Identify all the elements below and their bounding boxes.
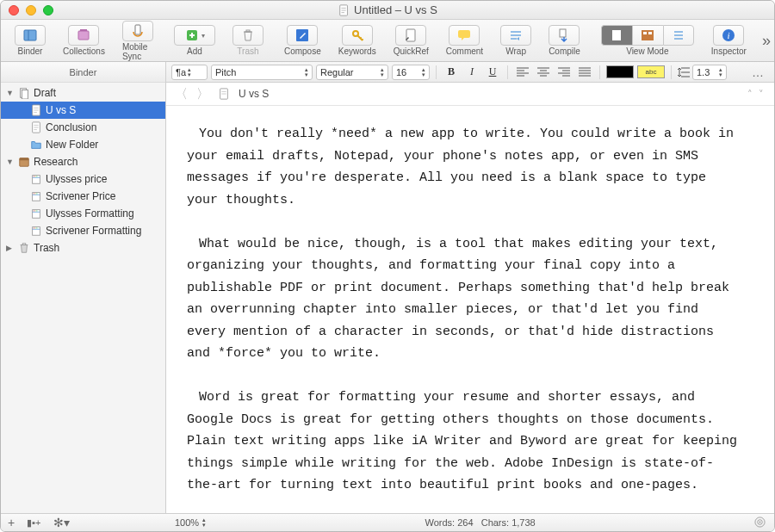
svg-point-54: [35, 193, 36, 194]
svg-point-59: [35, 210, 36, 211]
prev-next-doc[interactable]: ˄ ˅: [747, 89, 766, 100]
toolbar-overflow[interactable]: »: [757, 32, 775, 50]
formatbar-overflow[interactable]: …: [747, 65, 769, 79]
binder-icon: [22, 28, 38, 43]
quickref-button[interactable]: QuickRef: [387, 23, 436, 58]
align-left-icon: [517, 67, 529, 77]
svg-rect-6: [78, 31, 89, 40]
svg-point-18: [362, 39, 363, 40]
view-mode-single[interactable]: [601, 25, 632, 46]
svg-point-50: [36, 176, 37, 176]
font-picker[interactable]: Pitch▴▾: [211, 65, 313, 80]
linespacing-picker[interactable]: 1.3▴▾: [692, 65, 727, 80]
mobile-sync-button[interactable]: Mobile Sync: [115, 19, 160, 63]
svg-rect-45: [20, 158, 29, 161]
binder-item-draft[interactable]: ▼Draft: [1, 84, 165, 102]
compose-button[interactable]: Compose: [277, 23, 328, 58]
mobile-sync-icon: [130, 23, 146, 39]
collections-button[interactable]: Collections: [56, 23, 112, 58]
align-justify-button[interactable]: [576, 65, 593, 80]
binder-item-label: Research: [34, 156, 78, 168]
svg-point-48: [34, 176, 34, 176]
binder-item-scrivener-formatting[interactable]: Scrivener Formatting: [1, 222, 165, 239]
text-editor[interactable]: You don't really *need* a new app to wri…: [166, 106, 774, 513]
italic-button[interactable]: I: [463, 65, 480, 80]
svg-text:i: i: [728, 30, 730, 40]
svg-rect-67: [22, 244, 26, 245]
style-picker[interactable]: ¶a▴▾: [171, 65, 208, 80]
svg-rect-4: [24, 30, 36, 40]
view-mode-cork[interactable]: [632, 25, 663, 46]
binder-item-label: Draft: [34, 87, 56, 99]
comment-icon: [456, 28, 472, 43]
svg-rect-8: [135, 25, 140, 34]
svg-rect-19: [406, 29, 415, 41]
comment-button[interactable]: Comment: [439, 23, 490, 58]
sidebar-folder-add-button[interactable]: ▮▪+: [27, 517, 40, 529]
align-right-button[interactable]: [555, 65, 573, 80]
sidebar-settings-button[interactable]: ✻▾: [53, 516, 70, 529]
disclosure-triangle[interactable]: ▶: [6, 244, 15, 252]
compile-button[interactable]: Compile: [542, 23, 587, 58]
close-window-button[interactable]: [9, 5, 19, 15]
paragraph[interactable]: You don't really *need* a new app to wri…: [187, 123, 740, 211]
view-cork-icon: [640, 28, 655, 43]
binder-tree[interactable]: ▼DraftU vs SConclusionNew Folder▼Researc…: [1, 83, 165, 513]
trash-button[interactable]: Trash: [226, 23, 270, 58]
highlight-swatch[interactable]: abc: [637, 65, 665, 78]
editor-area: ¶a▴▾ Pitch▴▾ Regular▴▾ 16▴▾ B I U abc 1.…: [166, 62, 774, 513]
bold-button[interactable]: B: [443, 65, 460, 80]
paragraph[interactable]: [187, 211, 740, 233]
underline-button[interactable]: U: [484, 65, 501, 80]
align-left-button[interactable]: [514, 65, 531, 80]
format-bar: ¶a▴▾ Pitch▴▾ Regular▴▾ 16▴▾ B I U abc 1.…: [166, 62, 774, 83]
svg-rect-25: [612, 30, 621, 40]
nav-back-button[interactable]: 〈: [175, 86, 188, 102]
document-title[interactable]: U vs S: [239, 88, 269, 100]
binder-item-trash[interactable]: ▶Trash: [1, 239, 165, 257]
paragraph[interactable]: [187, 365, 740, 387]
traffic-lights: [1, 5, 53, 15]
text-color-swatch[interactable]: [606, 65, 634, 78]
font-weight-picker[interactable]: Regular▴▾: [316, 65, 388, 80]
word-count[interactable]: Words: 264 Chars: 1,738: [206, 517, 754, 528]
svg-point-65: [36, 227, 37, 228]
align-center-button[interactable]: [535, 65, 552, 80]
sidebar-add-button[interactable]: +: [8, 516, 15, 529]
inspector-button[interactable]: i Inspector: [704, 23, 753, 58]
binder-item-label: New Folder: [46, 139, 98, 151]
nav-forward-button[interactable]: 〉: [196, 86, 209, 102]
disclosure-triangle[interactable]: ▼: [6, 89, 15, 97]
binder-item-conclusion[interactable]: Conclusion: [1, 119, 165, 136]
binder-item-label: Scrivener Formatting: [46, 225, 141, 237]
binder-item-research[interactable]: ▼Research: [1, 153, 165, 170]
sidebar-header: Binder: [1, 62, 165, 83]
disclosure-triangle[interactable]: ▼: [6, 158, 15, 166]
binder-item-ulysses-price[interactable]: Ulysses price: [1, 170, 165, 188]
binder-item-new-folder[interactable]: New Folder: [1, 136, 165, 153]
minimize-window-button[interactable]: [26, 5, 36, 15]
window-title-text: Untitled – U vs S: [354, 3, 437, 16]
zoom-level[interactable]: 100%: [175, 517, 199, 528]
binder-item-u-vs-s[interactable]: U vs S: [1, 102, 165, 119]
trash-toolbar-icon: [240, 28, 256, 43]
compose-icon: [294, 28, 310, 43]
collections-icon: [76, 28, 91, 43]
titlebar: Untitled – U vs S: [1, 1, 774, 20]
paragraph[interactable]: What would be nice, though, is a tool th…: [187, 233, 740, 365]
paragraph[interactable]: Word is great for formatting your resume…: [187, 387, 740, 497]
view-mode-outline[interactable]: [663, 25, 694, 46]
binder-item-ulysses-formatting[interactable]: Ulysses Formatting: [1, 205, 165, 222]
align-center-icon: [537, 67, 549, 77]
binder-item-scrivener-price[interactable]: Scrivener Price: [1, 188, 165, 205]
wrap-button[interactable]: Wrap: [493, 23, 538, 58]
keywords-button[interactable]: Keywords: [332, 23, 383, 58]
zoom-window-button[interactable]: [43, 5, 53, 15]
binder-button[interactable]: Binder: [8, 23, 53, 58]
linespacing-icon: [678, 66, 690, 78]
binder-sidebar: Binder ▼DraftU vs SConclusionNew Folder▼…: [1, 62, 166, 513]
add-button[interactable]: ▾ Add: [167, 23, 222, 58]
view-outline-icon: [671, 28, 686, 43]
font-size-picker[interactable]: 16▴▾: [392, 65, 430, 80]
target-icon[interactable]: [754, 517, 766, 528]
